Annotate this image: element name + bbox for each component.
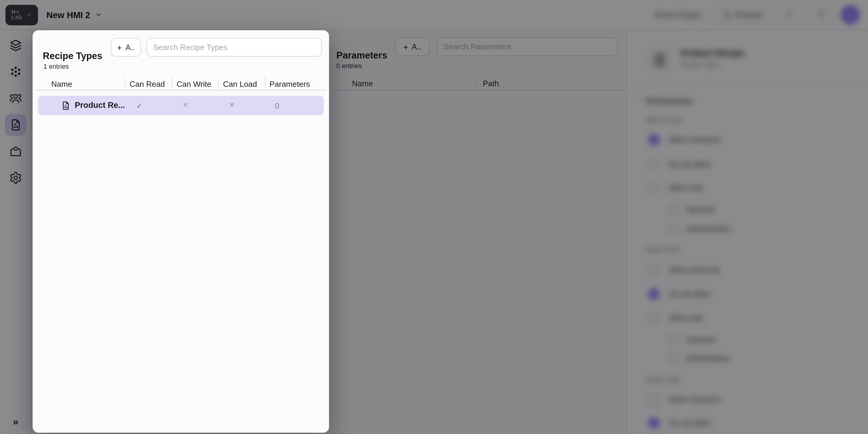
recipe-type-name: Product Re... — [75, 101, 125, 110]
column-can-load: Can Load — [223, 80, 257, 89]
add-recipe-type-button[interactable]: + A.. — [111, 38, 141, 57]
recipe-type-row-selected[interactable]: Product Re... ✓ × × 0 — [38, 96, 324, 115]
recipe-types-entry-count: 1 entries — [43, 63, 69, 70]
add-recipe-type-label: A.. — [125, 43, 135, 52]
column-separator — [218, 77, 219, 89]
column-can-read: Can Read — [130, 80, 165, 89]
plus-icon: + — [117, 43, 122, 52]
file-chart-icon — [61, 101, 70, 113]
recipe-types-dialog: Recipe Types + A.. 1 entries Name Can Re… — [33, 30, 329, 433]
table-header-border — [36, 90, 326, 90]
search-recipe-types-input[interactable] — [147, 38, 322, 57]
parameters-count: 0 — [275, 101, 279, 110]
can-load-x-icon: × — [229, 99, 235, 110]
column-name: Name — [51, 80, 72, 89]
recipe-types-title: Recipe Types — [43, 51, 102, 61]
app-root: H≡ LIO New HMI 2 Share Project Preview ✎… — [0, 0, 868, 434]
column-parameters: Parameters — [270, 80, 310, 89]
column-separator — [172, 77, 173, 89]
column-separator — [265, 77, 265, 89]
can-write-x-icon: × — [183, 99, 188, 110]
column-can-write: Can Write — [177, 80, 211, 89]
column-separator — [125, 77, 125, 89]
can-read-check-icon: ✓ — [136, 101, 143, 110]
